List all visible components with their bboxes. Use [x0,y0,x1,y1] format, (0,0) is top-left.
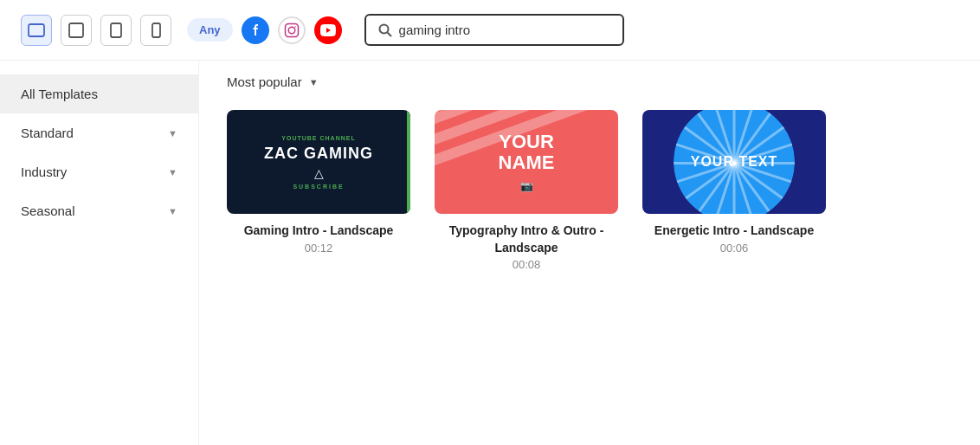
template-duration: 00:12 [227,242,410,255]
svg-rect-3 [152,23,160,37]
svg-point-7 [379,24,388,33]
template-title: Typography Intro & Outro - Landscape [435,222,618,256]
toolbar: Any [0,0,980,61]
svg-rect-0 [29,24,44,36]
template-title: Energetic Intro - Landscape [642,222,826,240]
search-icon [378,23,392,37]
template-thumbnail-gaming: YOUTUBE CHANNEL ZAC GAMING △ SUBSCRIBE [227,110,410,214]
svg-rect-4 [285,23,298,36]
template-thumbnail-energetic: YOUR TEXT [642,110,826,214]
svg-line-8 [387,32,391,36]
sidebar-item-label: Standard [21,126,74,140]
sidebar-item-label: Seasonal [21,203,75,218]
sidebar-item-label: All Templates [21,87,98,101]
aspect-portrait-wide-button[interactable] [100,15,132,46]
sort-row: Most popular ▼ [227,74,952,89]
svg-point-6 [294,26,296,28]
platform-any-button[interactable]: Any [187,18,233,42]
svg-rect-1 [69,23,83,37]
template-duration: 00:08 [435,258,618,271]
search-input[interactable] [399,23,607,37]
chevron-down-icon: ▼ [168,167,177,177]
templates-grid: YOUTUBE CHANNEL ZAC GAMING △ SUBSCRIBE G… [227,110,952,271]
sidebar-item-standard[interactable]: Standard ▼ [0,113,198,152]
sidebar: All Templates Standard ▼ Industry ▼ Seas… [0,61,199,445]
platform-instagram-icon[interactable] [278,16,306,44]
platform-facebook-icon[interactable] [242,16,269,44]
sidebar-item-seasonal[interactable]: Seasonal ▼ [0,191,198,230]
sort-chevron-icon: ▼ [309,77,319,87]
energetic-text: YOUR TEXT [691,154,778,170]
sidebar-item-all-templates[interactable]: All Templates [0,74,198,113]
search-box [364,14,624,46]
aspect-square-button[interactable] [61,15,92,46]
chevron-down-icon: ▼ [168,206,177,216]
chevron-down-icon: ▼ [168,128,177,139]
sort-label[interactable]: Most popular [227,74,302,89]
svg-point-5 [288,27,295,34]
aspect-landscape-button[interactable] [21,15,52,46]
template-duration: 00:06 [642,242,826,255]
sidebar-item-label: Industry [21,164,67,179]
template-thumbnail-typography: YOURNAME 📷 [435,110,618,214]
aspect-portrait-button[interactable] [140,15,171,46]
svg-rect-2 [111,23,121,37]
template-title: Gaming Intro - Landscape [227,222,410,240]
sidebar-item-industry[interactable]: Industry ▼ [0,152,198,191]
template-card-gaming-intro[interactable]: YOUTUBE CHANNEL ZAC GAMING △ SUBSCRIBE G… [227,110,410,271]
main-layout: All Templates Standard ▼ Industry ▼ Seas… [0,61,980,445]
content-area: Most popular ▼ YOUTUBE CHANNEL ZAC GAMIN… [199,61,980,445]
template-card-energetic-intro[interactable]: YOUR TEXT Energetic Intro - Landscape 00… [642,110,826,271]
platform-youtube-icon[interactable] [314,16,342,44]
template-card-typography-intro[interactable]: YOURNAME 📷 Typography Intro & Outro - La… [435,110,618,271]
